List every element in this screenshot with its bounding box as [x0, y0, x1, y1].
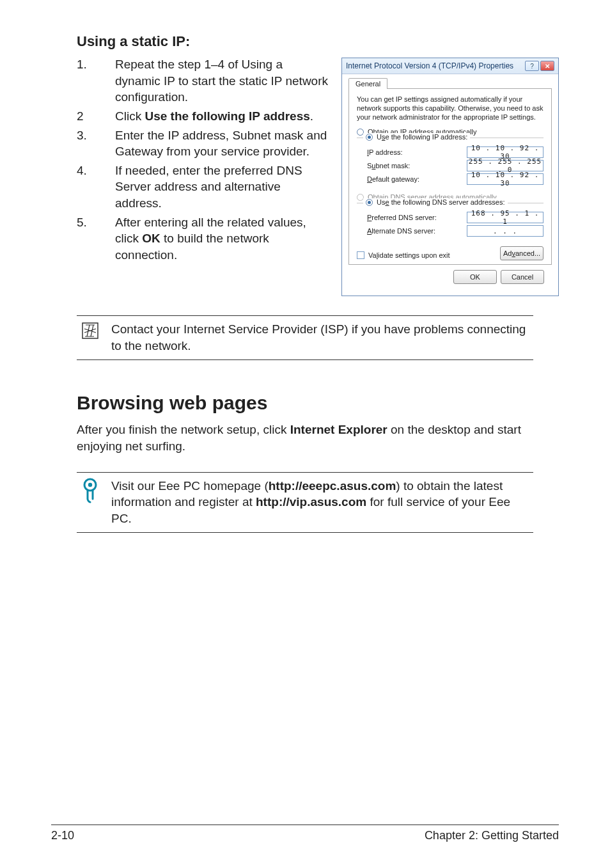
cancel-button[interactable]: Cancel: [501, 270, 544, 284]
step-text: Click Use the following IP address.: [115, 108, 329, 125]
step-2: 2 Click Use the following IP address.: [77, 108, 329, 125]
preferred-dns-field[interactable]: 168 . 95 . 1 . 1: [467, 212, 544, 223]
ok-button[interactable]: OK: [453, 270, 497, 284]
step-text: If needed, enter the preferred DNS Serve…: [115, 162, 329, 212]
static-ip-steps: 1. Repeat the step 1–4 of Using a dynami…: [77, 56, 329, 264]
step-text: Enter the IP address, Subnet mask and Ga…: [115, 127, 329, 160]
step-3: 3. Enter the IP address, Subnet mask and…: [77, 127, 329, 160]
tip-eeepc: Visit our Eee PC homepage (http://eeepc.…: [77, 472, 533, 533]
radio-use-following-dns[interactable]: Use the following DNS server addresses:: [363, 198, 508, 206]
chapter-label: Chapter 2: Getting Started: [425, 829, 559, 842]
step-number: 2: [77, 108, 115, 125]
checkbox-icon: [357, 251, 364, 259]
heading-using-static-ip: Using a static IP:: [77, 33, 559, 50]
default-gateway-label: Default gateway:: [367, 175, 467, 183]
browsing-paragraph: After you finish the network setup, clic…: [77, 422, 533, 455]
step-number: 3.: [77, 127, 115, 160]
alternate-dns-field[interactable]: . . .: [467, 225, 544, 237]
dialog-description: You can get IP settings assigned automat…: [357, 95, 544, 122]
preferred-dns-label: Preferred DNS server:: [367, 214, 467, 221]
radio-icon: [366, 134, 373, 141]
step-text: After entering all the related values, c…: [115, 214, 329, 264]
step-text: Repeat the step 1–4 of Using a dynamic I…: [115, 56, 329, 106]
step-4: 4. If needed, enter the preferred DNS Se…: [77, 162, 329, 212]
validate-settings-checkbox[interactable]: Validate settings upon exit: [357, 251, 450, 259]
step-number: 4.: [77, 162, 115, 212]
note-text: Contact your Internet Service Provider (…: [111, 321, 531, 354]
dialog-titlebar: Internet Protocol Version 4 (TCP/IPv4) P…: [342, 58, 558, 74]
ipv4-properties-dialog: Internet Protocol Version 4 (TCP/IPv4) P…: [341, 58, 559, 296]
step-number: 1.: [77, 56, 115, 106]
heading-browsing-web-pages: Browsing web pages: [77, 392, 559, 414]
step-1: 1. Repeat the step 1–4 of Using a dynami…: [77, 56, 329, 106]
alternate-dns-label: Alternate DNS server:: [367, 227, 467, 235]
tab-general[interactable]: General: [348, 78, 387, 89]
radio-use-following-ip[interactable]: Use the following IP address:: [363, 133, 470, 141]
ip-address-field[interactable]: 10 . 10 . 92 . 30: [467, 146, 544, 158]
radio-icon: [366, 199, 373, 206]
advanced-button[interactable]: Advanced...: [500, 246, 544, 260]
help-button[interactable]: ?: [525, 61, 539, 71]
note-icon: [79, 321, 101, 340]
subnet-mask-label: Subnet mask:: [367, 162, 467, 170]
subnet-mask-field[interactable]: 255 . 255 . 255 . 0: [467, 160, 544, 171]
page-footer: 2-10 Chapter 2: Getting Started: [51, 825, 559, 842]
step-5: 5. After entering all the related values…: [77, 214, 329, 264]
default-gateway-field[interactable]: 10 . 10 . 92 . 30: [467, 173, 544, 185]
page-number: 2-10: [51, 829, 74, 842]
step-number: 5.: [77, 214, 115, 264]
note-isp: Contact your Internet Service Provider (…: [77, 315, 533, 359]
ip-address-label: IP address:: [367, 148, 467, 156]
tip-icon: [79, 478, 101, 503]
svg-point-2: [88, 483, 92, 487]
dialog-title: Internet Protocol Version 4 (TCP/IPv4) P…: [346, 61, 513, 70]
tip-text: Visit our Eee PC homepage (http://eeepc.…: [111, 478, 531, 527]
close-button[interactable]: ✕: [540, 61, 554, 71]
